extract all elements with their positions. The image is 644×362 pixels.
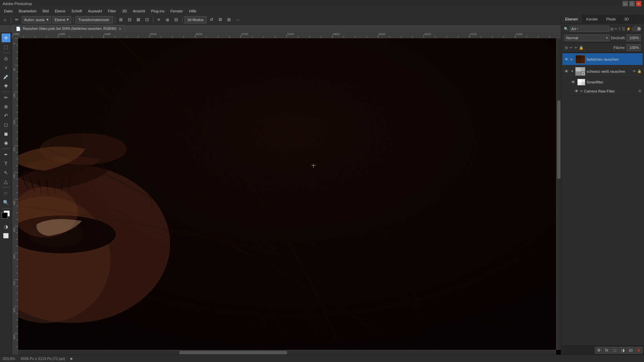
path-selection-icon[interactable]: ↖ (2, 168, 10, 177)
layer-visibility-2[interactable]: 👁 (564, 69, 569, 74)
canvas-area[interactable] (18, 38, 561, 355)
layer-eye-icon-2[interactable]: 👁 (633, 69, 636, 73)
layer-visibility-camera-raw[interactable]: 👁 (575, 88, 579, 94)
panel-delete-btn[interactable]: 🗑 (635, 347, 643, 354)
lasso-tool-icon[interactable]: ⊙ (2, 54, 10, 63)
distribute-icon[interactable]: ≡ (155, 16, 163, 23)
menu-bearbeiten[interactable]: Bearbeiten (16, 8, 39, 14)
canvas-scrollbar-horizontal[interactable] (18, 350, 556, 355)
layer-item-camera-raw[interactable]: 👁 ⚙ Camera Raw-Filter ⚙ (562, 87, 643, 96)
layer-visibility-smartfilter[interactable]: 👁 (571, 79, 576, 85)
3d-mode-btn[interactable]: 3d Modus (184, 16, 207, 23)
align-right-icon[interactable]: ⊠ (135, 16, 142, 23)
layer-visibility-1[interactable]: 👁 (564, 57, 569, 62)
eraser-tool-icon[interactable]: ◻ (2, 120, 10, 129)
lock-transparent-icon[interactable]: ⊞ (565, 45, 568, 50)
close-document-tab-icon[interactable]: ✕ (118, 26, 122, 31)
eyedropper-tool-icon[interactable]: 💉 (2, 72, 10, 81)
pen-tool-icon[interactable]: ✒ (2, 150, 10, 159)
lock-pixels-icon[interactable]: ✏ (569, 45, 573, 50)
layer-filter-icon-3[interactable]: T (619, 27, 621, 31)
menu-filter[interactable]: Filter (105, 8, 119, 14)
document-tab[interactable]: 📄 Rauschen Video.psdc bei 204% (farblich… (13, 25, 125, 32)
grid-icon[interactable]: ⊞ (225, 16, 233, 23)
layer-filter-icon-5[interactable]: ⚡ (626, 27, 631, 31)
fill-input[interactable]: 100% (627, 44, 641, 51)
brush-icon[interactable]: ✏ (2, 93, 10, 102)
blend-mode-dropdown[interactable]: Normal ▾ (565, 35, 609, 41)
panel-adjustment-btn[interactable]: ◑ (619, 347, 627, 354)
search-type-dropdown[interactable]: Art (571, 27, 576, 31)
move-tool-icon[interactable]: ✛ (2, 34, 10, 42)
menu-fenster[interactable]: Fenster (168, 8, 185, 14)
close-button[interactable]: ✕ (636, 1, 641, 6)
tab-3d[interactable]: 3D (620, 15, 633, 23)
shape-tool-icon[interactable]: △ (2, 177, 10, 186)
camera-raw-settings-icon[interactable]: ⚙ (638, 89, 641, 93)
layer-filter-icon-1[interactable]: ▨ (610, 27, 613, 31)
lock-position-icon[interactable]: ✛ (574, 45, 578, 50)
align-center-icon[interactable]: ⊟ (126, 16, 133, 23)
gradient-tool-icon[interactable]: ◼ (2, 129, 10, 138)
menu-schrift[interactable]: Schrift (69, 8, 85, 14)
color-swatches[interactable] (1, 210, 11, 222)
home-icon[interactable]: ⌂ (1, 16, 9, 23)
rotate-icon[interactable]: ↺ (208, 16, 215, 23)
settings-icon[interactable]: ⚙ (217, 16, 224, 23)
layer-filter-icon-2[interactable]: ✏ (614, 27, 618, 31)
screen-mode-icon[interactable]: ⬜ (2, 231, 10, 240)
panel-mask-btn[interactable]: □ (611, 347, 619, 354)
quick-mask-icon[interactable]: ◑ (2, 222, 10, 231)
hand-tool-icon[interactable]: ☞ (2, 189, 10, 198)
menu-auswahl[interactable]: Auswahl (85, 8, 105, 14)
panel-settings-btn[interactable]: ⚙ (595, 347, 602, 354)
patch-tool-icon[interactable]: ✚ (2, 81, 10, 90)
blur-tool-icon[interactable]: ◉ (2, 138, 10, 147)
transform-tool-btn[interactable]: Transformationsstr. (75, 16, 113, 23)
tab-pfade[interactable]: Pfade (602, 15, 620, 23)
auto-select-dropdown[interactable]: Auton. ausw. ▾ (22, 16, 51, 23)
layer-search-input[interactable]: Art ▾ (570, 26, 609, 32)
stamp-tool-icon[interactable]: ⊕ (2, 102, 10, 111)
layer-item-farbliches-rauschen[interactable]: 👁 ▶ farbliches rauschen (562, 53, 643, 65)
brush-tool-icon[interactable]: ✏ (13, 16, 20, 23)
layer-filter-icon-4[interactable]: ☰ (622, 27, 625, 31)
canvas-scrollbar-vertical[interactable] (556, 38, 561, 350)
zoom-tool-icon[interactable]: 🔍 (2, 198, 10, 207)
layer-item-smartfilter[interactable]: 👁 Smartfilter (562, 77, 643, 87)
menu-plugins[interactable]: Plug-ins (148, 8, 167, 14)
more-icon[interactable]: ··· (234, 16, 241, 23)
menu-3d[interactable]: 3D (119, 8, 129, 14)
scrollbar-thumb-v[interactable] (557, 101, 560, 179)
history-brush-icon[interactable]: ↶ (2, 111, 10, 120)
opacity-input[interactable]: 100% (627, 35, 641, 41)
menu-bild[interactable]: Bild (40, 8, 51, 14)
foreground-color-swatch[interactable] (2, 213, 8, 219)
align-left-icon[interactable]: ⊞ (117, 16, 125, 23)
panel-fx-btn[interactable]: fx (603, 347, 610, 354)
menu-ansicht[interactable]: Ansicht (130, 8, 148, 14)
search-dropdown-arrow[interactable]: ▾ (577, 27, 578, 31)
layer-group-arrow-2[interactable]: ▼ (571, 69, 574, 73)
layer-filter-toggle[interactable] (632, 26, 641, 31)
lock-all-icon[interactable]: 🔒 (579, 45, 584, 50)
menu-hilfe[interactable]: Hilfe (186, 8, 199, 14)
tab-ebenen[interactable]: Ebenen (561, 15, 582, 23)
text-tool-icon[interactable]: T (2, 159, 10, 168)
crop-tool-icon[interactable]: ⌗ (2, 63, 10, 72)
align-top-icon[interactable]: ⊡ (144, 16, 151, 23)
scrollbar-thumb-h[interactable] (179, 351, 287, 354)
menu-datei[interactable]: Datei (1, 8, 15, 14)
layer-dropdown[interactable]: Ebene ▾ (52, 16, 71, 23)
selection-tool-icon[interactable]: ⬚ (2, 43, 10, 51)
distribute2-icon[interactable]: ≣ (164, 16, 171, 23)
maximize-button[interactable]: □ (629, 1, 635, 6)
menu-ebene[interactable]: Ebene (52, 8, 68, 14)
layer-item-schwarzweiss-rauschen[interactable]: 👁 ▼ schwarz weiß rauschen 👁 🔒 (562, 65, 643, 77)
distribute3-icon[interactable]: ⊟ (173, 16, 180, 23)
statusbar-arrow-icon[interactable]: ▶ (70, 357, 73, 360)
tab-kanale[interactable]: Kanäle (582, 15, 602, 23)
panel-group-btn[interactable]: 🗁 (627, 347, 635, 354)
minimize-button[interactable]: — (623, 1, 628, 6)
layer-group-arrow-1[interactable]: ▶ (571, 57, 574, 61)
